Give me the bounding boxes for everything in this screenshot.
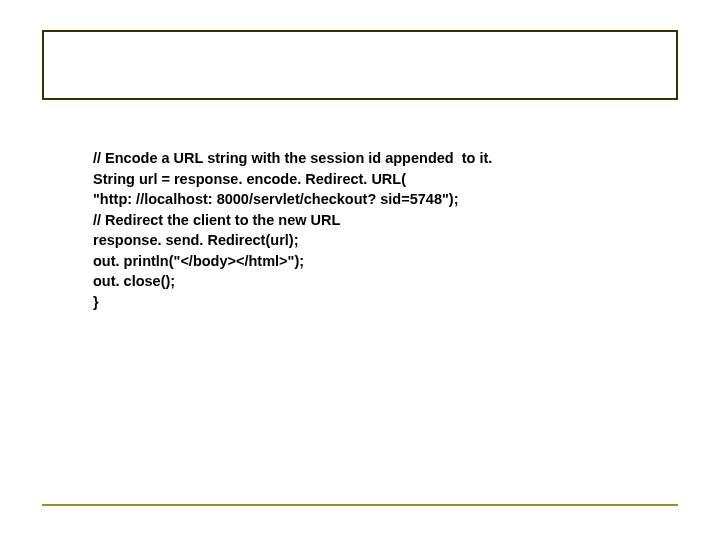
- code-line: // Encode a URL string with the session …: [93, 148, 653, 169]
- code-content: // Encode a URL string with the session …: [93, 148, 653, 313]
- bottom-border-line: [42, 504, 678, 506]
- code-line: out. println("</body></html>");: [93, 251, 653, 272]
- code-line: // Redirect the client to the new URL: [93, 210, 653, 231]
- code-line: response. send. Redirect(url);: [93, 230, 653, 251]
- code-line: "http: //localhost: 8000/servlet/checkou…: [93, 189, 653, 210]
- code-line: }: [93, 292, 653, 313]
- code-line: out. close();: [93, 271, 653, 292]
- slide: // Encode a URL string with the session …: [0, 0, 720, 540]
- title-box: [42, 30, 678, 100]
- code-line: String url = response. encode. Redirect.…: [93, 169, 653, 190]
